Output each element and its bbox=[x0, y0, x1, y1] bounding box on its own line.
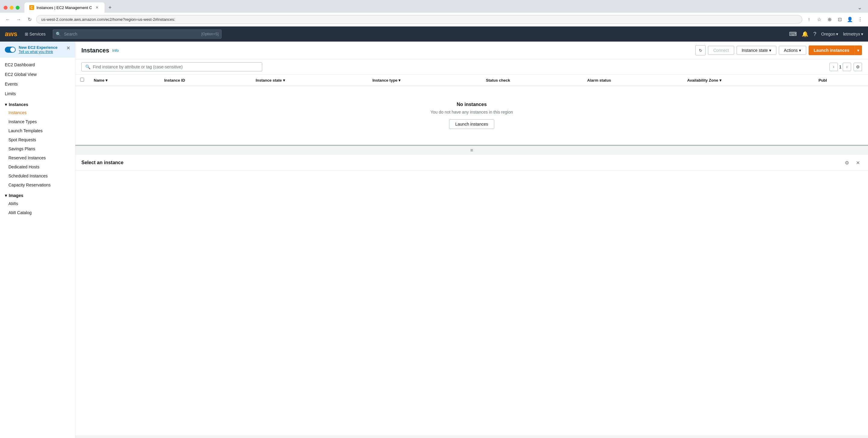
pagination: ‹ 1 › bbox=[830, 63, 851, 71]
toggle-knob bbox=[10, 47, 15, 52]
launch-instances-dropdown-btn[interactable]: ▾ bbox=[855, 45, 862, 55]
browser-chrome: C Instances | EC2 Management C ✕ + ⌄ bbox=[0, 0, 868, 13]
browser-toolbar-actions: ↑ ☆ ⊕ ⊡ 👤 ⋮ bbox=[805, 15, 864, 24]
bottom-panel-actions: ⚙ ✕ bbox=[843, 159, 862, 167]
name-sort-icon: ▾ bbox=[105, 78, 107, 82]
sidebar-item-launch-templates[interactable]: Launch Templates bbox=[0, 126, 75, 135]
back-btn[interactable]: ← bbox=[4, 15, 12, 24]
grid-icon: ⊞ bbox=[25, 32, 28, 36]
share-icon[interactable]: ↑ bbox=[805, 15, 813, 24]
tab-bar: C Instances | EC2 Management C ✕ + ⌄ bbox=[4, 2, 864, 13]
sidebar-item-savings-plans[interactable]: Savings Plans bbox=[0, 144, 75, 153]
help-icon[interactable]: ? bbox=[813, 31, 816, 37]
new-ec2-banner: New EC2 Experience Tell us what you thin… bbox=[0, 41, 75, 58]
empty-state-title: No instances bbox=[86, 102, 857, 107]
bookmark-icon[interactable]: ☆ bbox=[815, 15, 824, 24]
new-ec2-toggle-switch[interactable] bbox=[5, 47, 16, 53]
search-icon: 🔍 bbox=[56, 32, 61, 36]
reload-btn[interactable]: ↻ bbox=[25, 15, 34, 24]
th-instance-state: Instance state ▾ bbox=[251, 75, 367, 86]
new-tab-btn[interactable]: + bbox=[106, 3, 114, 12]
connect-btn[interactable]: Connect bbox=[708, 46, 734, 55]
search-filter-icon: 🔍 bbox=[85, 64, 90, 69]
info-badge[interactable]: Info bbox=[112, 48, 119, 53]
sidebar-item-instances[interactable]: Instances bbox=[0, 108, 75, 117]
sidebar-section-images[interactable]: ▾ Images bbox=[0, 190, 75, 199]
next-page-btn[interactable]: › bbox=[843, 63, 851, 71]
select-all-checkbox[interactable] bbox=[80, 78, 84, 81]
panel-resize-handle[interactable]: ≡ bbox=[75, 146, 868, 155]
maximize-window-btn[interactable] bbox=[16, 6, 20, 10]
user-menu[interactable]: letmetryx ▾ bbox=[843, 32, 863, 36]
services-menu-btn[interactable]: ⊞ Services bbox=[22, 30, 48, 38]
sidebar-item-events[interactable]: Events bbox=[0, 79, 75, 89]
empty-state: No instances You do not have any instanc… bbox=[80, 90, 863, 141]
aws-nav-actions: ⌨ 🔔 ? Oregon ▾ letmetryx ▾ bbox=[789, 31, 863, 37]
page-title: Instances bbox=[82, 47, 109, 54]
region-selector[interactable]: Oregon ▾ bbox=[821, 32, 838, 36]
actions-btn[interactable]: Actions ▾ bbox=[779, 46, 806, 55]
instance-search-input[interactable] bbox=[93, 64, 258, 69]
instance-search-box: 🔍 bbox=[82, 62, 262, 71]
tab-favicon: C bbox=[29, 5, 34, 10]
close-window-btn[interactable] bbox=[4, 6, 7, 10]
sidebar-item-dedicated-hosts[interactable]: Dedicated Hosts bbox=[0, 162, 75, 171]
close-banner-btn[interactable]: ✕ bbox=[66, 45, 70, 51]
sidebar-item-capacity-reservations[interactable]: Capacity Reservations bbox=[0, 180, 75, 190]
sidebar-item-reserved-instances[interactable]: Reserved Instances bbox=[0, 153, 75, 162]
th-status-check: Status check bbox=[481, 75, 582, 86]
page-number: 1 bbox=[839, 64, 841, 69]
traffic-lights bbox=[4, 6, 20, 10]
sidebar-section-instances[interactable]: ▾ Instances bbox=[0, 99, 75, 108]
sidebar: New EC2 Experience Tell us what you thin… bbox=[0, 41, 75, 438]
sidebar-item-limits[interactable]: Limits bbox=[0, 89, 75, 99]
minimize-window-btn[interactable] bbox=[10, 6, 13, 10]
tab-close-btn[interactable]: ✕ bbox=[94, 5, 100, 10]
header-actions: ↻ Connect Instance state ▾ Actions ▾ Lau… bbox=[695, 45, 862, 56]
more-options-icon[interactable]: ⋮ bbox=[856, 15, 864, 24]
refresh-btn[interactable]: ↻ bbox=[695, 45, 706, 56]
type-sort-icon: ▾ bbox=[398, 78, 401, 82]
region-chevron-icon: ▾ bbox=[836, 32, 838, 36]
user-chevron-icon: ▾ bbox=[861, 32, 863, 36]
th-alarm-status: Alarm status bbox=[582, 75, 682, 86]
sidebar-item-amis[interactable]: AMIs bbox=[0, 199, 75, 208]
th-instance-id: Instance ID bbox=[159, 75, 251, 86]
extensions-icon[interactable]: ⊕ bbox=[825, 15, 834, 24]
tab-title: Instances | EC2 Management C bbox=[36, 5, 92, 10]
main-layout: New EC2 Experience Tell us what you thin… bbox=[0, 41, 868, 438]
prev-page-btn[interactable]: ‹ bbox=[830, 63, 838, 71]
active-tab[interactable]: C Instances | EC2 Management C ✕ bbox=[24, 2, 104, 13]
new-ec2-subtitle[interactable]: Tell us what you think bbox=[19, 50, 58, 54]
state-sort-icon: ▾ bbox=[283, 78, 285, 82]
search-input[interactable] bbox=[53, 30, 221, 39]
panel-close-icon[interactable]: ✕ bbox=[854, 159, 862, 167]
empty-launch-instances-btn[interactable]: Launch instances bbox=[449, 119, 495, 129]
forward-btn[interactable]: → bbox=[14, 15, 23, 24]
notifications-icon[interactable]: 🔔 bbox=[802, 31, 808, 37]
aws-logo: aws bbox=[5, 30, 18, 38]
panel-settings-icon[interactable]: ⚙ bbox=[843, 159, 851, 167]
instance-state-chevron-icon: ▾ bbox=[769, 48, 771, 53]
instances-table-container: Name ▾ Instance ID Instance state ▾ Inst… bbox=[75, 75, 868, 145]
instances-header: Instances Info ↻ Connect Instance state … bbox=[75, 41, 868, 59]
sidebar-item-ec2-global-view[interactable]: EC2 Global View bbox=[0, 70, 75, 79]
sidebar-item-scheduled-instances[interactable]: Scheduled Instances bbox=[0, 171, 75, 180]
th-public: Publ bbox=[814, 75, 868, 86]
address-bar[interactable] bbox=[36, 15, 802, 24]
launch-instances-btn[interactable]: Launch instances bbox=[809, 45, 855, 55]
empty-state-row: No instances You do not have any instanc… bbox=[75, 86, 868, 145]
cloudshell-icon[interactable]: ⌨ bbox=[789, 31, 797, 37]
az-sort-icon: ▾ bbox=[719, 78, 721, 82]
split-view-icon[interactable]: ⊡ bbox=[835, 15, 844, 24]
sidebar-item-instance-types[interactable]: Instance Types bbox=[0, 117, 75, 126]
sidebar-item-ami-catalog[interactable]: AMI Catalog bbox=[0, 208, 75, 217]
sidebar-item-spot-requests[interactable]: Spot Requests bbox=[0, 135, 75, 144]
sidebar-item-ec2-dashboard[interactable]: EC2 Dashboard bbox=[0, 60, 75, 70]
instance-state-btn[interactable]: Instance state ▾ bbox=[737, 46, 776, 55]
profile-icon[interactable]: 👤 bbox=[846, 15, 854, 24]
bottom-panel: ≡ Select an instance ⚙ ✕ bbox=[75, 145, 868, 438]
table-header: Name ▾ Instance ID Instance state ▾ Inst… bbox=[75, 75, 868, 86]
table-settings-btn[interactable]: ⚙ bbox=[854, 63, 862, 71]
search-shortcut: [Option+S] bbox=[201, 32, 218, 36]
